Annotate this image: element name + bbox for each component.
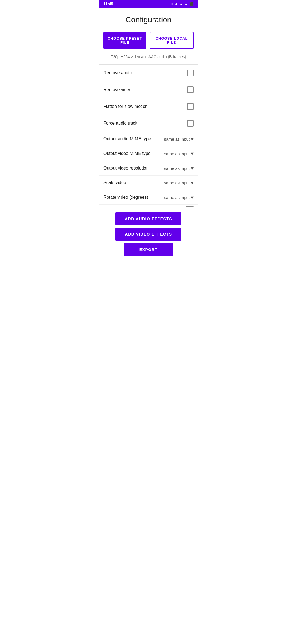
dropdown-options: Output audio MIME type same as input ▾ O… — [99, 132, 198, 205]
option-flatten-slow-motion: Flatten for slow motion — [99, 98, 198, 115]
signal-icon: ▲ — [180, 2, 183, 6]
force-audio-track-label: Force audio track — [103, 121, 138, 126]
force-audio-track-checkbox[interactable] — [187, 120, 194, 127]
remove-video-label: Remove video — [103, 87, 131, 92]
output-video-mime-value: same as input — [164, 151, 190, 156]
rotate-video-dropdown[interactable]: same as input ▾ — [164, 195, 194, 200]
chevron-down-icon: ▾ — [191, 151, 194, 156]
checkbox-options: Remove audio Remove video Flatten for sl… — [99, 65, 198, 132]
output-video-resolution-label: Output video resolution — [103, 166, 164, 171]
flatten-slow-motion-label: Flatten for slow motion — [103, 104, 148, 109]
rotate-video-value: same as input — [164, 195, 190, 200]
rotate-video-label: Rotate video (degrees) — [103, 195, 164, 200]
remove-audio-label: Remove audio — [103, 70, 132, 75]
page-title-area: Configuration — [99, 8, 198, 29]
output-video-resolution-dropdown[interactable]: same as input ▾ — [164, 165, 194, 171]
dropdown-scale-video: Scale video same as input ▾ — [99, 176, 198, 190]
file-button-row: CHOOSE PRESET FILE CHOOSE LOCAL FILE — [99, 29, 198, 52]
output-video-mime-dropdown[interactable]: same as input ▾ — [164, 151, 194, 156]
output-audio-mime-value: same as input — [164, 137, 190, 141]
scale-video-value: same as input — [164, 181, 190, 185]
choose-local-file-button[interactable]: CHOOSE LOCAL FILE — [150, 32, 194, 49]
action-buttons-area: ADD AUDIO EFFECTS ADD VIDEO EFFECTS EXPO… — [99, 208, 198, 263]
circle-icon: ○ — [171, 2, 173, 6]
scale-video-label: Scale video — [103, 180, 164, 185]
scroll-indicator — [99, 205, 198, 208]
option-remove-audio: Remove audio — [99, 65, 198, 81]
output-video-resolution-value: same as input — [164, 166, 190, 171]
option-force-audio-track: Force audio track — [99, 115, 198, 132]
scale-video-dropdown[interactable]: same as input ▾ — [164, 180, 194, 185]
status-bar: 11:45 ○ ▲ ▲ ▲ ⬛ — [99, 0, 198, 8]
output-audio-mime-label: Output audio MIME type — [103, 137, 164, 141]
wifi-icon: ▲ — [175, 2, 178, 6]
chevron-down-icon: ▾ — [191, 136, 194, 142]
option-remove-video: Remove video — [99, 81, 198, 98]
dropdown-output-video-mime: Output video MIME type same as input ▾ — [99, 146, 198, 161]
dropdown-output-audio-mime: Output audio MIME type same as input ▾ — [99, 132, 198, 146]
output-audio-mime-dropdown[interactable]: same as input ▾ — [164, 136, 194, 142]
chevron-down-icon: ▾ — [191, 180, 194, 185]
dropdown-output-video-resolution: Output video resolution same as input ▾ — [99, 161, 198, 176]
preset-subtitle: 720p H264 video and AAC audio (B-frames) — [99, 53, 198, 64]
scroll-bar — [186, 206, 194, 207]
remove-video-checkbox[interactable] — [187, 86, 194, 93]
network-icon: ▲ — [185, 2, 188, 6]
export-button[interactable]: EXPORT — [124, 243, 173, 256]
battery-icon: ⬛ — [189, 2, 194, 6]
status-icons: ○ ▲ ▲ ▲ ⬛ — [171, 2, 194, 6]
add-audio-effects-button[interactable]: ADD AUDIO EFFECTS — [116, 212, 182, 225]
remove-audio-checkbox[interactable] — [187, 70, 194, 76]
choose-preset-file-button[interactable]: CHOOSE PRESET FILE — [103, 32, 146, 49]
page-title: Configuration — [103, 15, 194, 24]
flatten-slow-motion-checkbox[interactable] — [187, 103, 194, 110]
status-time: 11:45 — [103, 2, 113, 6]
output-video-mime-label: Output video MIME type — [103, 151, 164, 156]
chevron-down-icon: ▾ — [191, 165, 194, 171]
add-video-effects-button[interactable]: ADD VIDEO EFFECTS — [116, 228, 182, 241]
dropdown-rotate-video: Rotate video (degrees) same as input ▾ — [99, 190, 198, 205]
chevron-down-icon: ▾ — [191, 195, 194, 200]
